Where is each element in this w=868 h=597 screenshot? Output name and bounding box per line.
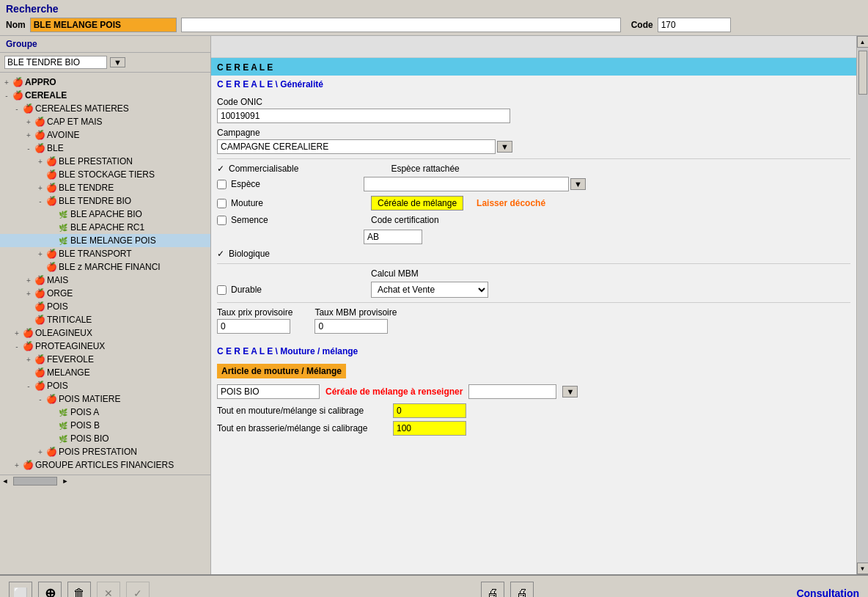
tree-item-cereales-matieres[interactable]: - 🍎 CEREALES MATIERES (0, 102, 210, 115)
group-header: Groupe (0, 36, 210, 53)
tree-item-pois-bio[interactable]: 🌿 POIS BIO (0, 432, 210, 445)
espece-check-group: Espèce (217, 179, 364, 189)
toggle-pois (23, 303, 34, 311)
apple-icon-ble-tendre: 🍎 (45, 182, 57, 194)
code-label: Code (631, 20, 653, 30)
group-input[interactable] (4, 56, 107, 69)
tree-item-cap-et-mais[interactable]: + 🍎 CAP ET MAIS (0, 115, 210, 128)
print2-button[interactable]: 🖨 (510, 582, 534, 597)
code-certification-label: Code certification (371, 215, 439, 225)
toggle-pois-b (47, 422, 57, 430)
tree-item-pois-matiere[interactable]: - 🍎 POIS MATIERE (0, 392, 210, 406)
toggle-cap-et-mais: + (23, 118, 34, 126)
espece-input[interactable] (364, 177, 569, 191)
tree-item-ble-z-marche[interactable]: 🍎 BLE z MARCHE FINANCI (0, 260, 210, 274)
apple-icon-ble-prestation: 🍎 (45, 155, 57, 167)
tree-item-pois-b[interactable]: 🌿 POIS B (0, 419, 210, 432)
new-button[interactable]: ⬜ (9, 582, 32, 597)
espece-btn[interactable]: ▼ (570, 178, 586, 190)
tree-item-avoine[interactable]: + 🍎 AVOINE (0, 128, 210, 142)
apple-icon-ble: 🍎 (34, 142, 45, 154)
tree-item-mais[interactable]: + 🍎 MAIS (0, 274, 210, 287)
campagne-input[interactable] (217, 139, 496, 154)
save-button[interactable]: ✓ (126, 582, 150, 597)
cancel-button[interactable]: ✕ (97, 582, 120, 597)
delete-icon: 🗑 (73, 587, 85, 597)
tree-item-appro[interactable]: + 🍎 APPRO (0, 76, 210, 89)
taux-mbm-input[interactable] (315, 319, 388, 334)
toggle-feverole: + (23, 356, 34, 364)
tree-item-pois2[interactable]: - 🍎 POIS (0, 379, 210, 392)
tree-item-cereale[interactable]: - 🍎 CEREALE (0, 89, 210, 102)
label-pois-prestation: POIS PRESTATION (59, 447, 137, 457)
sidebar-hscroll[interactable]: ◄ ► (0, 475, 210, 486)
tree-item-ble-stockage-tiers[interactable]: 🍎 BLE STOCKAGE TIERS (0, 168, 210, 181)
delete-button[interactable]: 🗑 (67, 582, 91, 597)
tree-item-ble-transport[interactable]: + 🍎 BLE TRANSPORT (0, 247, 210, 260)
scroll-down-arrow[interactable]: ▼ (857, 563, 869, 574)
tree-item-pois-a[interactable]: 🌿 POIS A (0, 406, 210, 419)
vertical-scrollbar[interactable]: ▲ ▼ (856, 36, 868, 574)
checkmark-commercialisable: ✓ (217, 164, 224, 174)
tree-item-groupe-articles[interactable]: + 🍎 GROUPE ARTICLES FINANCIERS (0, 458, 210, 472)
label-cereale: CEREALE (25, 90, 67, 100)
print-button[interactable]: 🖨 (481, 582, 504, 597)
apple-icon-proteagineux: 🍎 (22, 340, 34, 352)
semence-checkbox[interactable] (217, 216, 227, 225)
tree-item-ble-apache-rc1[interactable]: 🌿 BLE APACHE RC1 (0, 221, 210, 234)
tree-item-ble-tendre[interactable]: + 🍎 BLE TENDRE (0, 181, 210, 194)
tree-item-ble-prestation[interactable]: + 🍎 BLE PRESTATION (0, 155, 210, 168)
tree-item-triticale[interactable]: 🍎 TRITICALE (0, 313, 210, 326)
tree-item-melange[interactable]: 🍎 MELANGE (0, 366, 210, 379)
cereale-melange-button[interactable]: Céréale de mélange (371, 196, 463, 210)
add-button[interactable]: ⊕ (38, 582, 62, 597)
scroll-up-arrow[interactable]: ▲ (857, 36, 869, 48)
search-row: Nom Code (6, 18, 862, 32)
scroll-thumb[interactable] (858, 51, 867, 95)
group-btn[interactable]: ▼ (110, 57, 125, 67)
nom-extra-input[interactable] (181, 18, 621, 32)
cereale-renseigner-input[interactable] (468, 384, 556, 399)
hscroll-thumb[interactable] (13, 477, 57, 486)
code-input[interactable] (658, 18, 731, 32)
tree-item-ble[interactable]: - 🍎 BLE (0, 142, 210, 155)
toggle-oleagineux: + (12, 329, 22, 337)
tree-item-pois[interactable]: 🍎 POIS (0, 300, 210, 313)
code-certification-input[interactable] (364, 230, 422, 244)
label-proteagineux: PROTEAGINEUX (35, 341, 105, 351)
code-onic-input[interactable] (217, 109, 510, 123)
taux-row: Taux prix provisoire Taux MBM provisoire (217, 307, 850, 334)
apple-icon-melange: 🍎 (34, 367, 45, 378)
nom-input[interactable] (30, 18, 177, 32)
apple-icon-triticale: 🍎 (34, 314, 45, 326)
durable-checkbox[interactable] (217, 285, 227, 295)
tout-mouture-input[interactable] (393, 403, 466, 418)
tree-item-orge[interactable]: + 🍎 ORGE (0, 287, 210, 300)
tree-item-ble-melange-pois[interactable]: 🌿 BLE MELANGE POIS (0, 234, 210, 247)
nom-label: Nom (6, 20, 26, 30)
hscroll-right[interactable]: ► (60, 477, 70, 485)
tout-brasserie-input[interactable] (393, 421, 466, 436)
biologique-row: ✓ Biologique (217, 249, 850, 259)
toggle-ble: - (23, 144, 34, 153)
cereale-renseigner-btn[interactable]: ▼ (562, 386, 578, 398)
pois-bio-input[interactable] (217, 384, 320, 399)
espece-rattachee-label: Espèce rattachée (391, 164, 459, 174)
mouture-checkbox[interactable] (217, 199, 227, 208)
tree-item-feverole[interactable]: + 🍎 FEVEROLE (0, 353, 210, 366)
tree-item-ble-apache-bio[interactable]: 🌿 BLE APACHE BIO (0, 208, 210, 221)
achat-vente-select[interactable]: Achat et Vente Achat Vente Aucun (371, 282, 488, 298)
campagne-btn[interactable]: ▼ (497, 141, 512, 153)
checkmark-biologique: ✓ (217, 249, 224, 259)
taux-prix-input[interactable] (217, 319, 290, 334)
scroll-track[interactable] (858, 48, 868, 563)
tree-item-oleagineux[interactable]: + 🍎 OLEAGINEUX (0, 326, 210, 340)
toggle-pois-prestation: + (35, 448, 45, 456)
label-oleagineux: OLEAGINEUX (35, 328, 92, 338)
tree-item-ble-tendre-bio[interactable]: - 🍎 BLE TENDRE BIO (0, 194, 210, 208)
toggle-pois-a (47, 409, 57, 417)
tree-item-pois-prestation[interactable]: + 🍎 POIS PRESTATION (0, 445, 210, 458)
espece-checkbox[interactable] (217, 180, 227, 189)
hscroll-left[interactable]: ◄ (0, 477, 10, 485)
tree-item-proteagineux[interactable]: - 🍎 PROTEAGINEUX (0, 340, 210, 353)
